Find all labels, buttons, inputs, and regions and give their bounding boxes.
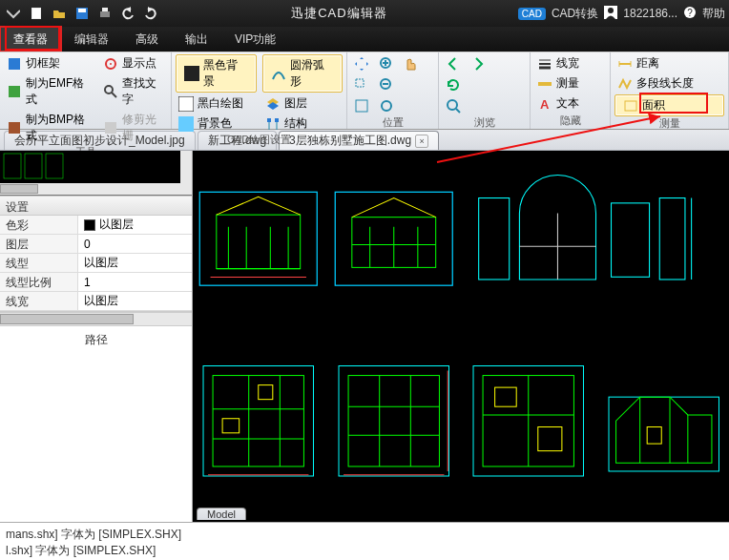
model-space-tab[interactable]: Model: [197, 505, 246, 522]
rb-bmp[interactable]: 制为BMP格式: [4, 111, 94, 145]
svg-rect-67: [203, 365, 313, 475]
rb-text[interactable]: A文本: [534, 94, 606, 113]
svg-rect-17: [105, 122, 116, 134]
menu-advanced[interactable]: 高级: [122, 27, 172, 52]
open-icon[interactable]: [50, 4, 69, 23]
scrollbar-horizontal[interactable]: [0, 313, 192, 326]
rb-measure[interactable]: 测量: [534, 74, 606, 93]
prop-row-linetype[interactable]: 线型 以图层: [0, 254, 192, 273]
rb-trim-raster[interactable]: 修剪光栅: [100, 111, 167, 145]
svg-text:A: A: [540, 97, 550, 112]
help-icon[interactable]: ?: [683, 6, 697, 22]
rb-distance[interactable]: 距离: [614, 54, 724, 73]
svg-rect-21: [267, 118, 271, 122]
rb-label: 多段线长度: [636, 75, 694, 92]
rb-hand-icon[interactable]: [401, 55, 422, 73]
prop-label: 线型比例: [0, 273, 78, 291]
svg-rect-61: [479, 198, 510, 280]
console-line: mans.shx] 字体为 [SIMPLEX.SHX]: [6, 527, 723, 543]
rb-smooth-arc[interactable]: 圆滑弧形: [262, 54, 344, 93]
rb-refresh-icon[interactable]: [443, 76, 464, 93]
prop-row-lineweight[interactable]: 线宽 以图层: [0, 292, 192, 311]
path-header: 路径: [0, 326, 192, 354]
rb-pan-icon[interactable]: [351, 55, 372, 73]
rb-black-bg[interactable]: 黑色背景: [176, 54, 257, 93]
prop-label: 线宽: [0, 292, 78, 310]
drawing-canvas[interactable]: Model: [193, 151, 729, 522]
ribbon-group-hide: 线宽 测量 A文本 隐藏: [531, 52, 611, 129]
rb-zoom-extent-icon[interactable]: [443, 97, 464, 114]
prop-row-ltscale[interactable]: 线型比例 1: [0, 273, 192, 292]
ribbon-group-browse: 浏览: [439, 52, 531, 129]
rb-label: 黑色背景: [203, 57, 248, 90]
drawing-view: [198, 156, 319, 321]
print-icon[interactable]: [95, 4, 115, 23]
model-tab-label: Model: [197, 508, 246, 520]
rb-emf[interactable]: 制为EMF格式: [4, 74, 94, 109]
rb-fit-icon[interactable]: [351, 97, 372, 114]
rb-cut-frame[interactable]: 切框架: [4, 54, 94, 73]
svg-rect-3: [78, 9, 86, 12]
app-title: 迅捷CAD编辑器: [164, 5, 514, 22]
scrollbar-horizontal[interactable]: [0, 183, 180, 195]
rb-prev-icon[interactable]: [443, 55, 464, 73]
svg-line-34: [456, 109, 460, 113]
ribbon: 切框架 制为EMF格式 制为BMP格式 显示点 查找文字 修剪光栅 工具 黑色背…: [0, 52, 729, 130]
svg-rect-94: [647, 426, 661, 444]
svg-rect-73: [222, 418, 240, 432]
rb-polyline-len[interactable]: 多段线长度: [614, 74, 724, 93]
rb-bw-draw[interactable]: 黑白绘图: [176, 94, 257, 113]
prop-label: 图层: [0, 235, 78, 253]
rb-structure[interactable]: 结构: [262, 114, 344, 133]
prop-row-layer[interactable]: 图层 0: [0, 235, 192, 254]
rb-zoomout-icon[interactable]: [376, 76, 397, 93]
rb-label: 修剪光栅: [122, 112, 164, 144]
svg-rect-63: [659, 198, 685, 280]
prop-label: 线型: [0, 254, 78, 272]
rb-next-icon[interactable]: [468, 55, 489, 73]
menu-output[interactable]: 输出: [172, 27, 221, 52]
svg-rect-11: [9, 86, 20, 97]
rb-label: 距离: [636, 55, 659, 72]
user-icon[interactable]: [604, 6, 617, 22]
rb-home-icon[interactable]: [376, 97, 397, 114]
menu-vip[interactable]: VIP功能: [221, 27, 289, 52]
cad-convert-button[interactable]: CAD转换: [552, 6, 598, 22]
ribbon-group-tools: 切框架 制为EMF格式 制为BMP格式 显示点 查找文字 修剪光栅 工具: [0, 52, 172, 129]
svg-rect-20: [178, 116, 194, 132]
rb-lineweight[interactable]: 线宽: [534, 54, 606, 73]
rb-bg-color[interactable]: 背景色: [176, 114, 257, 133]
rb-label: 显示点: [122, 55, 156, 72]
svg-rect-62: [612, 203, 650, 277]
rb-show-dots[interactable]: 显示点: [100, 54, 167, 73]
rb-zoomin-icon[interactable]: [376, 55, 397, 73]
svg-rect-74: [259, 384, 273, 399]
menu-editor[interactable]: 编辑器: [61, 27, 122, 52]
svg-rect-38: [538, 82, 552, 86]
prop-value: 以图层: [84, 293, 118, 309]
command-console[interactable]: mans.shx] 字体为 [SIMPLEX.SHX] l.shx] 字体为 […: [0, 522, 729, 560]
svg-rect-10: [9, 58, 20, 70]
rb-layers[interactable]: 图层: [262, 94, 344, 113]
rb-zoom-region-icon[interactable]: [351, 76, 372, 93]
svg-rect-90: [609, 397, 719, 471]
rb-label: 切框架: [26, 55, 60, 72]
redo-icon[interactable]: [141, 4, 160, 23]
svg-point-7: [608, 8, 614, 13]
svg-point-33: [448, 100, 457, 110]
close-icon[interactable]: ×: [415, 135, 428, 148]
scrollbar-vertical[interactable]: [180, 151, 192, 195]
prop-row-color[interactable]: 色彩 以图层: [0, 216, 192, 235]
svg-rect-43: [625, 101, 636, 111]
menu-viewer[interactable]: 查看器: [0, 27, 61, 52]
group-label: CAD绘图设置: [176, 133, 343, 148]
prop-value: 1: [84, 276, 91, 289]
save-icon[interactable]: [73, 4, 92, 23]
help-label[interactable]: 帮助: [702, 6, 725, 22]
rb-find-text[interactable]: 查找文字: [100, 74, 167, 109]
menu-corner-icon[interactable]: [4, 4, 23, 23]
new-icon[interactable]: [27, 4, 46, 23]
svg-rect-31: [356, 100, 367, 112]
rb-area[interactable]: 面积: [614, 94, 724, 116]
undo-icon[interactable]: [118, 4, 137, 23]
